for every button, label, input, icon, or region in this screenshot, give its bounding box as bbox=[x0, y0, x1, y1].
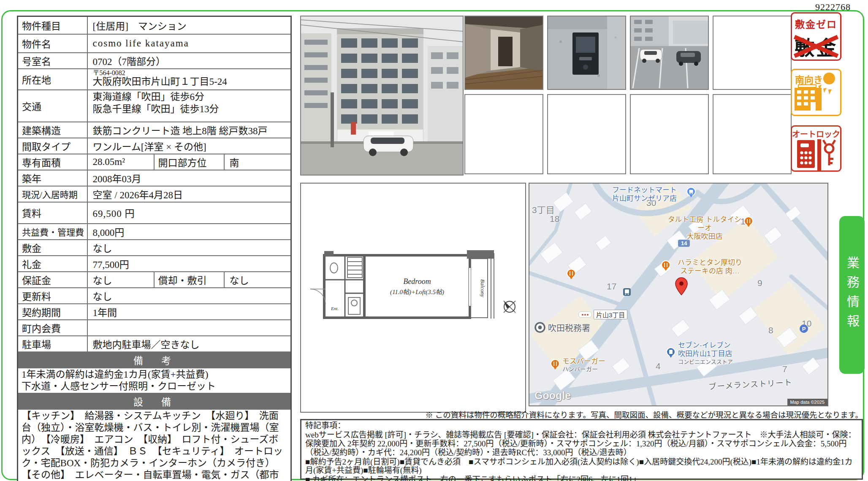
row-property-type: 物件種目 [住居用] マンション bbox=[18, 16, 291, 34]
building-exterior-illustration bbox=[301, 16, 463, 175]
room-number-value: 0702（7階部分） bbox=[87, 53, 291, 69]
no-deposit-badge: 敷金ゼロ 敷金 bbox=[791, 12, 841, 61]
facing-value: 南 bbox=[224, 154, 291, 170]
row-key-money: 礼金 77,500円 bbox=[18, 256, 291, 272]
south-facing-badge-title: 南向き bbox=[795, 72, 823, 86]
row-property-name: 物件名 cosmo life katayama bbox=[18, 34, 291, 53]
row-maintenance-fee: 共益費・管理費 8,000円 bbox=[18, 224, 291, 240]
floor-plan-room-label: Bedroom bbox=[403, 277, 431, 286]
renewal-fee-label: 更新料 bbox=[18, 288, 87, 304]
intercom-panel-illustration bbox=[548, 16, 625, 89]
map-block-number: 4 bbox=[656, 361, 661, 371]
destination-pin-icon bbox=[675, 277, 688, 297]
maintenance-fee-value: 8,000円 bbox=[87, 224, 291, 240]
parking-lot-illustration bbox=[631, 16, 708, 89]
access-line-2: 阪急千里線「吹田」徒歩13分 bbox=[93, 103, 288, 116]
restaurant-pin-icon bbox=[551, 359, 560, 372]
area-label: 専有面積 bbox=[18, 154, 87, 170]
property-type-value: [住居用] マンション bbox=[87, 16, 291, 34]
special-notes-title: 特記事項： bbox=[305, 422, 858, 430]
auto-lock-badge: オートロック bbox=[791, 125, 841, 172]
special-notes-line-1: webサービス広告掲載 [許可]・チラシ、雑誌等掲載広告 [要確認]・保証会社：… bbox=[305, 431, 858, 457]
guarantee-value: なし bbox=[87, 272, 154, 288]
gyomu-joho-label: 業務情報 bbox=[843, 256, 861, 334]
association-fee-label: 町内会費 bbox=[18, 320, 87, 336]
equipment-text: 【キッチン】 給湯器・システムキッチン 【水廻り】 洗面台（独立）・浴室乾燥機・… bbox=[18, 409, 291, 481]
row-equipment-header: 設 備 bbox=[18, 393, 291, 409]
remarks-line-2: 下水道・人感センサー付照明・クローゼット bbox=[22, 381, 287, 392]
row-renewal-fee: 更新料 なし bbox=[18, 288, 291, 304]
poi-seven-eleven-category: コンビニエンスストア bbox=[678, 359, 733, 365]
row-address: 所在地 〒564-0082 大阪府吹田市片山町１丁目5-24 bbox=[18, 69, 291, 90]
postal-code: 〒564-0082 bbox=[93, 70, 288, 77]
row-rent: 賃料 69,500 円 bbox=[18, 202, 291, 224]
restaurant-pin-icon bbox=[661, 260, 670, 273]
row-remarks-body: 1年未満の解約は違約金1カ月(家賃+共益費) 下水道・人感センサー付照明・クロー… bbox=[18, 368, 291, 393]
map-block-number: 17 bbox=[607, 281, 616, 292]
row-room-number: 号室名 0702（7階部分） bbox=[18, 53, 291, 69]
bus-stop-label: 片山3丁目 bbox=[594, 310, 627, 319]
map-block-number: 8 bbox=[768, 325, 773, 335]
poi-tarte-shop-label: タルト工房 トルタイシーオ 大阪吹田店 bbox=[665, 216, 745, 241]
no-deposit-crossed-wrap: 敷金 bbox=[792, 32, 840, 61]
special-notes-box: 特記事項： webサービス広告掲載 [許可]・チラシ、雑誌等掲載広告 [要確認]… bbox=[300, 419, 863, 480]
photo-entrance-hall bbox=[464, 16, 543, 90]
property-type-label: 物件種目 bbox=[18, 16, 87, 34]
civic-poi-icon bbox=[534, 322, 545, 335]
structure-value: 鉄筋コンクリート造 地上8階 総戸数38戸 bbox=[87, 122, 291, 138]
row-layout-type: 間取タイプ ワンルーム[洋室 × その他] bbox=[18, 138, 291, 154]
row-built-year: 築年 2008年03月 bbox=[18, 170, 291, 186]
access-label: 交通 bbox=[18, 90, 87, 122]
remarks-cell: 1年未満の解約は違約金1カ月(家賃+共益費) 下水道・人感センサー付照明・クロー… bbox=[18, 368, 291, 393]
structure-label: 建築構造 bbox=[18, 122, 87, 138]
photo-slot-empty-1 bbox=[713, 16, 792, 90]
special-notes-line-3: ■ カギ所在：エントランス横ポスト 右の一番下こすもらいふポスト「右に2回6、左… bbox=[305, 476, 858, 481]
map-disclaimer: ※ この資料は物件の概略紹介資料になります。写真、間取図面、設備、概要などが現況… bbox=[380, 409, 863, 420]
special-notes-line-2: ■解約予告2ヶ月前(日割可)■賃貸でんき必須 ■スマサポコンシェル加入必須(法人… bbox=[305, 458, 858, 476]
renewal-fee-value: なし bbox=[87, 288, 291, 304]
map-block-number: 9 bbox=[757, 278, 762, 288]
layout-type-label: 間取タイプ bbox=[18, 138, 87, 154]
equipment-header: 設 備 bbox=[18, 393, 291, 409]
row-parking: 駐車場 敷地内駐車場／空きなし bbox=[18, 336, 291, 352]
map-attribution: Map data ©2025 bbox=[787, 399, 828, 405]
property-name-value: cosmo life katayama bbox=[87, 34, 291, 53]
row-remarks-header: 備 考 bbox=[18, 352, 291, 368]
status-value: 空室 / 2026年4月28日 bbox=[87, 186, 291, 202]
row-equipment-body: 【キッチン】 給湯器・システムキッチン 【水廻り】 洗面台（独立）・浴室乾燥機・… bbox=[18, 409, 291, 481]
poi-seven-eleven-store: 吹田片山1丁目店 bbox=[678, 350, 732, 358]
shopping-pin-icon bbox=[686, 187, 696, 200]
deposit-label: 敷金 bbox=[18, 240, 87, 256]
map-block-number: 18 bbox=[550, 214, 559, 224]
floor-plan-drawing: Bedroom (11.0帖)+Loft(3.5帖) Balcony Ent. bbox=[301, 184, 525, 412]
parking-poi-icon: P bbox=[800, 324, 808, 333]
poi-mos-burger-label: モスバーガー bbox=[562, 357, 605, 366]
address-label: 所在地 bbox=[18, 69, 87, 90]
association-fee-value bbox=[87, 320, 291, 336]
room-number-label: 号室名 bbox=[18, 53, 87, 69]
address-value: 大阪府吹田市片山町１丁目5-24 bbox=[93, 76, 288, 87]
poi-mos-burger-category: ハンバーガー bbox=[562, 366, 598, 373]
deposit-value: なし bbox=[87, 240, 291, 256]
floor-plan: Bedroom (11.0帖)+Loft(3.5帖) Balcony Ent. bbox=[300, 183, 526, 413]
row-access: 交通 東海道線「吹田」徒歩6分 阪急千里線「吹田」徒歩13分 bbox=[18, 90, 291, 122]
entrance-hall-illustration bbox=[465, 16, 542, 89]
map: 3丁目 18 30 12 17 9 10 8 4 7 14 フードネットマート … bbox=[529, 183, 828, 406]
document-number: 9222768 bbox=[766, 2, 851, 13]
photo-building-exterior bbox=[300, 16, 464, 176]
photo-parking-lot bbox=[630, 16, 709, 90]
built-year-value: 2008年03月 bbox=[87, 170, 291, 186]
row-guarantee: 保証金 なし 償却・敷引 なし bbox=[18, 272, 291, 288]
key-money-label: 礼金 bbox=[18, 256, 87, 272]
access-cell: 東海道線「吹田」徒歩6分 阪急千里線「吹田」徒歩13分 bbox=[87, 90, 291, 122]
bus-stop-icon bbox=[623, 288, 631, 297]
poi-steak-restaurant-label: ハラミとタン厚切り ステーキの店 肉… bbox=[673, 259, 747, 276]
maintenance-fee-label: 共益費・管理費 bbox=[18, 224, 87, 240]
photo-slot-empty-4 bbox=[630, 94, 709, 174]
rent-label: 賃料 bbox=[18, 202, 87, 224]
poi-food-market-label: フードネットマート 片山町サンゼリア店 bbox=[603, 186, 686, 203]
key-money-value: 77,500円 bbox=[87, 256, 291, 272]
map-block-number: 7 bbox=[782, 364, 787, 374]
amortization-label: 償却・敷引 bbox=[154, 272, 224, 288]
amortization-value: なし bbox=[224, 272, 291, 288]
